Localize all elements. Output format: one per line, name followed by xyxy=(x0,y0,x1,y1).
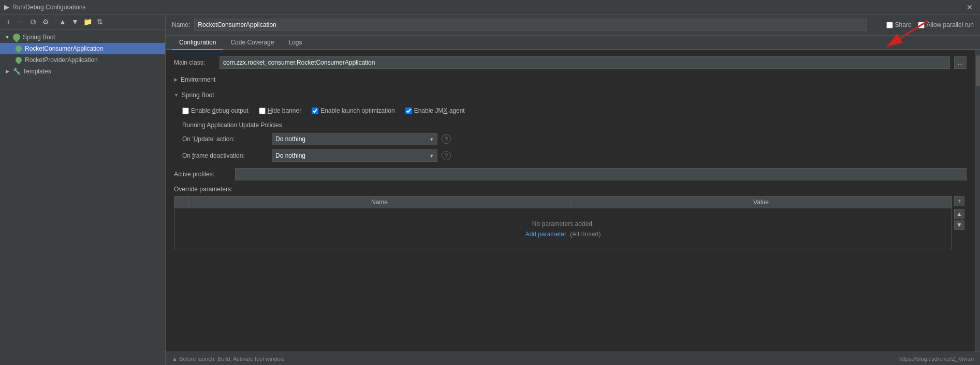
tab-code-coverage[interactable]: Code Coverage xyxy=(223,36,281,50)
params-table-body: No parameters added. Add parameter (Alt+… xyxy=(174,208,952,250)
spring-boot-checkboxes: Enable debug output Hide banner Enable l… xyxy=(174,105,967,116)
config-content: Main class: ... ▶ Environment xyxy=(166,50,975,352)
hide-banner-checkbox[interactable] xyxy=(259,108,266,114)
config-button[interactable]: ⚙ xyxy=(40,17,51,27)
spring-boot-section-header[interactable]: ▼ Spring Boot xyxy=(174,89,967,101)
left-panel: + − ⧉ ⚙ ▲ ▼ 📁 ⇅ ▼ Spring Boot xyxy=(0,14,166,365)
add-param-anchor[interactable]: Add parameter xyxy=(525,231,568,238)
active-profiles-input[interactable] xyxy=(235,168,967,180)
main-class-label: Main class: xyxy=(174,59,215,66)
enable-jmx-label[interactable]: Enable JMX agent xyxy=(405,107,465,114)
add-param-link[interactable]: Add parameter (Alt+Insert) xyxy=(525,231,601,238)
share-checkbox-label[interactable]: Share xyxy=(886,21,912,28)
on-frame-row: On frame deactivation: Do nothing Update… xyxy=(182,149,967,162)
remove-button[interactable]: − xyxy=(16,17,26,27)
main-class-browse-button[interactable]: ... xyxy=(954,56,967,69)
on-frame-select[interactable]: Do nothing Update resources Update class… xyxy=(272,149,437,162)
enable-launch-label[interactable]: Enable launch optimization xyxy=(312,107,394,114)
rocket-provider-icon xyxy=(14,56,23,64)
params-col-check xyxy=(174,196,189,208)
params-table-header: Name Value xyxy=(174,196,952,208)
params-col-name-header: Name xyxy=(189,196,571,208)
title-bar: ▶ Run/Debug Configurations ✕ xyxy=(0,0,980,14)
tree-rocket-consumer[interactable]: RocketConsumerApplication xyxy=(0,43,165,54)
right-scrollbar[interactable] xyxy=(975,50,980,352)
hide-banner-label[interactable]: Hide banner xyxy=(259,107,301,114)
environment-header[interactable]: ▶ Environment xyxy=(174,74,967,85)
spring-boot-section-arrow: ▼ xyxy=(174,93,179,98)
left-toolbar: + − ⧉ ⚙ ▲ ▼ 📁 ⇅ xyxy=(0,14,165,29)
enable-debug-text: Enable debug output xyxy=(191,107,248,114)
params-outer: Name Value No parameters added. Add para… xyxy=(174,196,952,250)
enable-debug-checkbox[interactable] xyxy=(182,108,189,114)
folder-button[interactable]: 📁 xyxy=(82,17,93,27)
bottom-left-text: ▲ Before launch: Build, Activate tool wi… xyxy=(172,356,285,362)
enable-jmx-checkbox[interactable] xyxy=(405,108,412,114)
close-button[interactable]: ✕ xyxy=(963,2,976,12)
environment-section: ▶ Environment xyxy=(174,74,967,85)
tree-templates[interactable]: ▶ 🔧 Templates xyxy=(0,66,165,77)
tab-logs[interactable]: Logs xyxy=(281,36,309,50)
bottom-bar: ▲ Before launch: Build, Activate tool wi… xyxy=(166,352,980,365)
config-body: Main class: ... ▶ Environment xyxy=(166,50,980,352)
tree-group-arrow: ▼ xyxy=(4,34,10,40)
toolbar-separator xyxy=(54,18,54,26)
config-tree: ▼ Spring Boot RocketConsumerApplication xyxy=(0,29,165,365)
no-params-text: No parameters added. xyxy=(532,220,594,227)
share-label: Share xyxy=(895,21,912,28)
spring-boot-section-label: Spring Boot xyxy=(182,92,214,99)
active-profiles-row: Active profiles: xyxy=(174,168,967,180)
on-frame-help-icon[interactable]: ? xyxy=(442,151,451,160)
on-update-help-icon[interactable]: ? xyxy=(442,134,451,144)
allow-parallel-checkbox[interactable] xyxy=(918,22,925,28)
params-scroll-up-btn[interactable]: ▲ xyxy=(954,209,964,219)
templates-label: Templates xyxy=(23,68,51,75)
tab-configuration[interactable]: Configuration xyxy=(172,36,223,50)
params-side-buttons: + ▲ ▼ xyxy=(954,196,964,230)
policies-section: Running Application Update Policies On '… xyxy=(174,121,967,162)
on-frame-select-wrapper: Do nothing Update resources Update class… xyxy=(272,149,437,162)
params-table: Name Value No parameters added. Add para… xyxy=(174,196,952,250)
on-update-select[interactable]: Do nothing Update resources Update class… xyxy=(272,133,437,145)
sort-button[interactable]: ⇅ xyxy=(95,17,105,27)
spring-boot-group-icon xyxy=(12,33,21,41)
allow-parallel-label: Allow parallel run xyxy=(927,21,974,28)
environment-arrow: ▶ xyxy=(174,77,178,82)
main-class-input[interactable] xyxy=(220,56,950,69)
spring-boot-section: ▼ Spring Boot Enable debug output H xyxy=(174,89,967,162)
templates-icon: 🔧 xyxy=(12,67,21,75)
title-bar-left: ▶ Run/Debug Configurations xyxy=(4,3,85,11)
add-button[interactable]: + xyxy=(3,17,13,27)
enable-launch-checkbox[interactable] xyxy=(312,108,318,114)
rocket-consumer-label: RocketConsumerApplication xyxy=(25,45,103,52)
allow-parallel-checkbox-label[interactable]: Allow parallel run xyxy=(918,21,974,28)
add-param-hint: (Alt+Insert) xyxy=(570,231,601,238)
override-params-section: Override parameters: Name Value No param… xyxy=(174,186,967,250)
tree-rocket-provider[interactable]: RocketProviderApplication xyxy=(0,54,165,66)
window-title: Run/Debug Configurations xyxy=(12,4,85,11)
on-update-select-wrapper: Do nothing Update resources Update class… xyxy=(272,133,437,145)
on-update-row: On 'Update' action: Do nothing Update re… xyxy=(182,133,967,145)
main-layout: + − ⧉ ⚙ ▲ ▼ 📁 ⇅ ▼ Spring Boot xyxy=(0,14,980,365)
enable-launch-text: Enable launch optimization xyxy=(320,107,394,114)
enable-jmx-text: Enable JMX agent xyxy=(414,107,465,114)
policies-label: Running Application Update Policies xyxy=(182,121,967,129)
params-scroll-down-btn[interactable]: ▼ xyxy=(954,220,964,230)
params-add-btn[interactable]: + xyxy=(954,196,964,206)
down-button[interactable]: ▼ xyxy=(70,17,80,27)
tabs-bar: Configuration Code Coverage Logs xyxy=(166,36,980,50)
hide-banner-text: Hide banner xyxy=(268,107,301,114)
environment-label: Environment xyxy=(181,76,215,83)
add-param-text: Add parameter xyxy=(525,231,566,238)
main-class-row: Main class: ... xyxy=(174,56,967,69)
enable-debug-label[interactable]: Enable debug output xyxy=(182,107,248,114)
scrollbar-thumb[interactable] xyxy=(976,55,980,86)
config-name-input[interactable] xyxy=(194,19,867,31)
spring-boot-group-label: Spring Boot xyxy=(23,34,55,41)
templates-arrow: ▶ xyxy=(4,68,10,74)
tree-spring-boot-group[interactable]: ▼ Spring Boot xyxy=(0,32,165,43)
copy-button[interactable]: ⧉ xyxy=(28,17,38,27)
up-button[interactable]: ▲ xyxy=(57,17,68,27)
config-header: Name: Share Allow parallel run xyxy=(166,14,980,36)
share-checkbox[interactable] xyxy=(886,22,893,28)
